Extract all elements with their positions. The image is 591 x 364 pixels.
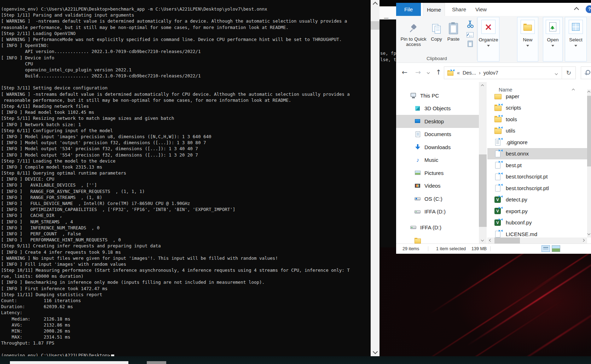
file-row[interactable]: LICENSE.md (487, 228, 587, 237)
sidebar-item-iffa-d[interactable]: IFFA (D:) (396, 221, 479, 234)
details-view-button[interactable] (541, 245, 550, 252)
copy-path-button[interactable] (465, 32, 475, 37)
terminal-line: (openvino_env) C:\Users\A221LPEN\Desktop… (1, 352, 371, 356)
sidebar-item-desktop[interactable]: Desktop (396, 115, 479, 128)
scroll-up-icon[interactable] (481, 84, 484, 87)
terminal-line: CPU (1, 61, 371, 67)
breadcrumb-overflow[interactable]: « (456, 70, 460, 76)
back-button[interactable]: ← (402, 68, 407, 76)
terminal-line: [ INFO ] RANGE_FOR_STREAMS , (1, 8) (1, 194, 371, 200)
horizontal-scrollbar[interactable] (487, 237, 587, 243)
terminal-output[interactable]: (openvino_env) C:\Users\A221LPEN\Desktop… (0, 0, 371, 356)
minimize-icon[interactable]: — (384, 15, 389, 20)
cut-button[interactable] (465, 20, 475, 28)
up-button[interactable]: ↑ (436, 68, 441, 76)
sidebar-item-videos[interactable]: Videos (396, 180, 479, 193)
sidebar-item-this-pc[interactable]: This PC (396, 89, 479, 102)
terminal-window[interactable]: (openvino_env) C:\Users\A221LPEN\Desktop… (0, 0, 379, 356)
tab-home[interactable]: Home (423, 3, 445, 16)
sidebar-item-documents[interactable]: Documents (396, 128, 479, 141)
sidebar-item-pictures[interactable]: Pictures (396, 166, 479, 180)
file-row[interactable]: best.torchscript.pt (487, 171, 587, 183)
organize-group-button[interactable]: × Organize (477, 17, 499, 61)
column-header-name[interactable]: Name (499, 87, 512, 93)
recent-locations-icon[interactable] (427, 71, 430, 74)
folder-icon (494, 105, 502, 111)
file-row[interactable]: hubconf.py (487, 217, 587, 229)
scroll-up-icon[interactable] (373, 2, 378, 7)
new-group-button[interactable]: New (517, 17, 538, 61)
address-bar[interactable]: « Des... › yolov7 ↻ (444, 66, 576, 79)
sidebar-item-music[interactable]: ♪Music (396, 154, 479, 167)
address-dropdown-icon[interactable] (551, 70, 562, 76)
desktop-icon (415, 118, 421, 124)
paste-button[interactable]: Paste (445, 21, 462, 42)
file-list-scrollbar[interactable] (587, 89, 591, 237)
sidebar-item-downloads[interactable]: Downloads (396, 141, 479, 154)
tab-file[interactable]: File (396, 3, 421, 16)
sidebar-item-folder[interactable] (396, 234, 479, 244)
search-input[interactable] (581, 66, 591, 79)
sidebar-item-label: Pictures (424, 170, 444, 176)
pin-to-quick-access-button[interactable]: Pin to Quick access (399, 21, 428, 47)
select-group-button[interactable]: Select (565, 17, 587, 61)
file-row[interactable]: best.onnx (487, 148, 587, 160)
sidebar-item-3d-objects[interactable]: 3D Objects (396, 102, 479, 115)
open-group-button[interactable]: Open (543, 17, 563, 61)
file-row[interactable]: tools (487, 113, 587, 125)
copy-path-icon (467, 32, 474, 37)
copy-icon (432, 24, 441, 34)
terminal-line: [ INFO ] INFERENCE_NUM_THREADS , 0 (1, 225, 371, 231)
file-row[interactable]: best.torchscript.ptl (487, 182, 587, 194)
copy-button[interactable]: Copy (429, 21, 444, 42)
file-row[interactable]: paper (487, 94, 587, 102)
sidebar-item-iffa-d[interactable]: IFFA (D:) (396, 205, 479, 218)
sidebar-scrollbar[interactable] (479, 82, 487, 244)
folder-icon (494, 128, 502, 134)
help-icon[interactable]: ? (586, 5, 591, 13)
tab-share[interactable]: Share (449, 3, 469, 16)
breadcrumb-current[interactable]: yolov7 (481, 70, 500, 76)
file-row[interactable]: utils (487, 125, 587, 137)
terminal-line: [ INFO ] RANGE_FOR_ASYNC_INFER_REQUESTS … (1, 188, 371, 194)
tab-view[interactable]: View (472, 3, 490, 16)
paste-shortcut-button[interactable] (465, 41, 475, 47)
file-row[interactable]: scripts (487, 102, 587, 114)
scroll-down-icon[interactable] (373, 349, 378, 354)
file-name: detect.py (506, 196, 527, 202)
file-row[interactable]: detect.py (487, 194, 587, 206)
terminal-line (1, 79, 371, 85)
horizontal-scrollbar-thumb[interactable] (494, 237, 520, 243)
scroll-up-icon[interactable] (587, 91, 590, 94)
scroll-down-icon[interactable] (587, 232, 590, 235)
terminal-line: [Step 10/11] Measuring performance (Star… (1, 267, 371, 273)
sidebar-item-label: Videos (424, 183, 441, 189)
file-row[interactable]: export.py (487, 205, 587, 217)
file-list-scrollbar-thumb[interactable] (587, 96, 591, 166)
background-console-text: lse, t (380, 57, 396, 62)
scroll-left-icon[interactable] (489, 239, 492, 242)
scroll-right-icon[interactable] (582, 239, 585, 242)
thumbnail-view-button[interactable] (552, 245, 560, 252)
group-label: Select (569, 37, 583, 42)
breadcrumb-parent[interactable]: Des... (460, 70, 478, 76)
compressed-overlay-icon (499, 138, 503, 140)
sidebar-item-os-c[interactable]: OS (C:) (396, 192, 479, 205)
terminal-line: Duration: 62039.62 ms (1, 304, 371, 310)
file-row[interactable]: best.pt (487, 159, 587, 171)
forward-button[interactable]: → (415, 68, 421, 76)
file-row[interactable]: .gitignore (487, 136, 587, 148)
compressed-overlay-icon (499, 149, 503, 152)
collapse-ribbon-icon[interactable] (574, 7, 579, 12)
terminal-line: [ INFO ] OPTIMIZATION_CAPABILITIES , ['F… (1, 206, 371, 212)
desktop: (openvino_env) C:\Users\A221LPEN\Desktop… (0, 0, 591, 364)
terminal-line: [Step 8/11] Querying optimal runtime par… (1, 170, 371, 176)
terminal-scrollbar-thumb[interactable] (371, 21, 379, 30)
terminal-scrollbar[interactable] (371, 0, 379, 356)
background-console-window[interactable]: — se, fp lse, t (379, 6, 396, 247)
terminal-line: MIN: 2008.26 ms (1, 328, 371, 334)
scroll-down-icon[interactable] (481, 239, 484, 241)
refresh-icon[interactable]: ↻ (562, 69, 575, 76)
sidebar-scrollbar-thumb[interactable] (479, 154, 487, 227)
delete-x-icon: × (485, 22, 492, 31)
